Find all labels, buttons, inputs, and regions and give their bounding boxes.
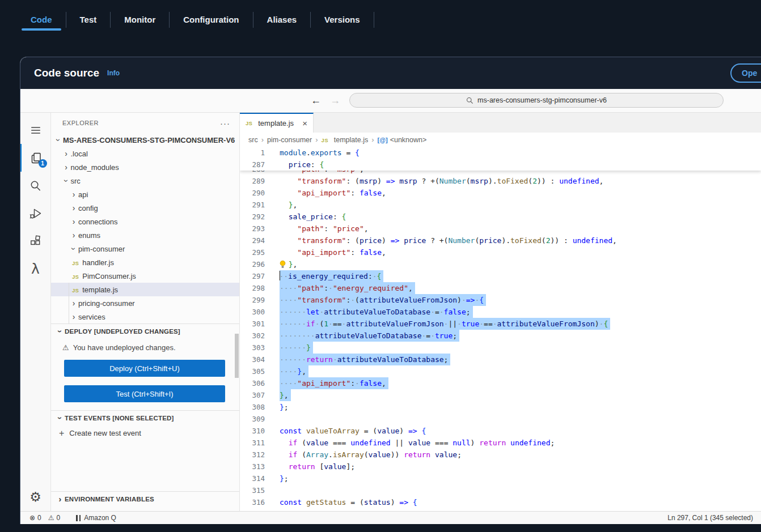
line-number: 287 [240, 159, 265, 171]
breadcrumb-item[interactable]: JStemplate.js [322, 136, 369, 144]
code-line-304: 304······return·attributeValueToDatabase… [240, 354, 761, 365]
ellipsis-icon[interactable]: ··· [220, 118, 230, 128]
line-number: 300 [240, 306, 265, 318]
tree-item-pricing-consumer[interactable]: ›pricing-consumer [51, 296, 239, 310]
warning-icon: ⚠ [48, 514, 54, 522]
js-file-icon: JS [246, 120, 252, 126]
chevron-down-icon: › [62, 176, 71, 185]
code-line-295: 295 "api_import": false, [240, 246, 761, 258]
nav-tab-code[interactable]: Code [17, 10, 66, 29]
nav-tab-monitor[interactable]: Monitor [111, 10, 169, 29]
tree-item-pim-consumer[interactable]: ›pim-consumer [51, 242, 239, 256]
warnings-status[interactable]: ⚠ 0 [48, 514, 60, 522]
text-cursor [280, 271, 280, 280]
run-debug-icon[interactable] [21, 199, 50, 227]
tree-item-config[interactable]: ›config [51, 201, 239, 215]
error-icon: ⊗ [29, 514, 35, 522]
tree-item-src[interactable]: ›src [51, 174, 239, 188]
line-number: 292 [240, 211, 265, 223]
amazon-q-icon [76, 515, 81, 521]
info-link[interactable]: Info [107, 69, 120, 77]
tree-item-enums[interactable]: ›enums [51, 228, 239, 242]
line-number: 302 [240, 330, 265, 342]
tree-item-label: src [71, 177, 81, 185]
tree-item-services[interactable]: ›services [51, 310, 239, 324]
code-line-1: 1module.exports = { [240, 147, 761, 159]
tree-item-connections[interactable]: ›connections [51, 215, 239, 228]
nav-tab-test[interactable]: Test [66, 10, 111, 29]
lightbulb-icon[interactable] [279, 260, 286, 269]
nav-tab-aliases[interactable]: Aliases [253, 10, 311, 29]
amazon-q-status[interactable]: Amazon Q [76, 514, 116, 522]
undeployed-changes-warning: ⚠ You have undeployed changes. [51, 339, 239, 353]
test-button[interactable]: Test (Ctrl+Shift+I) [64, 385, 225, 402]
explorer-title: EXPLORER [62, 120, 99, 126]
tree-item-pimconsumer.js[interactable]: JSPimConsumer.js [51, 269, 239, 283]
line-number: 298 [240, 282, 265, 294]
open-button[interactable]: Ope [730, 63, 761, 83]
close-icon[interactable]: × [302, 118, 307, 128]
code-editor[interactable]: 288 "path": "msrp",289 "transform": (msr… [240, 147, 761, 511]
breadcrumb-separator-icon: › [371, 135, 374, 144]
deploy-section-header[interactable]: › DEPLOY [UNDEPLOYED CHANGES] [51, 324, 239, 339]
code-line-290: 290 "api_import": false, [240, 187, 761, 199]
line-number: 301 [240, 318, 265, 330]
chevron-right-icon: › [69, 312, 78, 321]
tree-item-handler.js[interactable]: JShandler.js [51, 256, 239, 269]
code-line-294: 294 "transform": (price) => price ? +(Nu… [240, 235, 761, 246]
search-input[interactable]: ms-ares-consumers-stg-pimconsumer-v6 [349, 93, 724, 108]
test-events-section-header[interactable]: › TEST EVENTS [NONE SELECTED] [51, 410, 239, 425]
code-line-315: 315 [240, 484, 761, 496]
code-line-298: 298····"path":·"energy_required", [240, 282, 761, 294]
code-line-296: 296 }, [240, 258, 761, 270]
chevron-down-icon: › [69, 244, 78, 253]
extensions-icon[interactable] [21, 227, 50, 255]
tree-item-label: connections [78, 218, 117, 226]
tree-item-.local[interactable]: ›.local [51, 147, 239, 160]
tree-item-node_modules[interactable]: ›node_modules [51, 160, 239, 174]
code-line-308: 308}; [240, 401, 761, 413]
tree-item-ms-ares-consumers-stg-pimconsumer-v6[interactable]: ›MS-ARES-CONSUMERS-STG-PIMCONSUMER-V6 [51, 133, 239, 147]
line-number: 317 [240, 508, 265, 511]
workbench: 1λ⚙ EXPLORER ··· ›MS-ARES-CONSUMERS-STG-… [20, 113, 761, 511]
create-test-event-item[interactable]: + Create new test event [51, 425, 239, 441]
environment-variables-section-header[interactable]: › ENVIRONMENT VARIABLES [51, 491, 239, 507]
tab-template-js[interactable]: JS template.js × [240, 113, 314, 133]
chevron-down-icon: › [56, 327, 65, 336]
nav-tab-configuration[interactable]: Configuration [170, 10, 252, 29]
breadcrumb-separator-icon: › [261, 135, 264, 144]
code-line-311: 311 if (value === undefined || value ===… [240, 437, 761, 449]
line-number: 296 [240, 258, 265, 270]
aws-lambda-icon[interactable]: λ [21, 255, 50, 283]
cursor-position-status[interactable]: Ln 297, Col 1 (345 selected) [667, 514, 753, 522]
back-arrow-icon[interactable]: ← [311, 95, 321, 107]
chevron-right-icon: › [69, 217, 78, 226]
breadcrumb-item[interactable]: [@]<unknown> [378, 136, 427, 144]
errors-status[interactable]: ⊗ 0 [29, 514, 41, 522]
file-tree: ›MS-ARES-CONSUMERS-STG-PIMCONSUMER-V6›.l… [51, 133, 239, 324]
code-line-302: 302········attributeValueToDatabase·=·tr… [240, 330, 761, 342]
search-icon[interactable] [21, 172, 50, 199]
editor-toolbar: ← → ms-ares-consumers-stg-pimconsumer-v6 [20, 89, 761, 113]
sidebar-scrollbar[interactable] [235, 334, 239, 378]
deploy-button[interactable]: Deploy (Ctrl+Shift+U) [64, 360, 225, 377]
files-icon[interactable]: 1 [20, 144, 51, 172]
breadcrumb-item[interactable]: pim-consumer [267, 136, 312, 144]
plus-icon: + [59, 428, 64, 439]
chevron-right-icon: › [62, 163, 71, 172]
tab-separator [374, 12, 374, 28]
nav-tab-versions[interactable]: Versions [311, 10, 374, 29]
tree-item-template.js[interactable]: JStemplate.js [51, 283, 239, 296]
top-tabs: CodeTestMonitorConfigurationAliasesVersi… [17, 10, 761, 29]
code-source-panel: Code source Info Ope ← → ms-ares-consume… [20, 57, 761, 524]
code-line-314: 314}; [240, 473, 761, 484]
code-line-291: 291 }, [240, 199, 761, 211]
tree-item-api[interactable]: ›api [51, 188, 239, 201]
sticky-scroll-lines[interactable]: 1module.exports = {287 price: { [240, 147, 761, 171]
indent-guide [69, 283, 69, 324]
breadcrumb-item[interactable]: src [248, 136, 258, 144]
settings-gear-icon[interactable]: ⚙ [21, 483, 50, 511]
line-number: 306 [240, 377, 265, 389]
menu-icon[interactable] [21, 116, 50, 144]
js-file-icon: JS [322, 136, 332, 144]
